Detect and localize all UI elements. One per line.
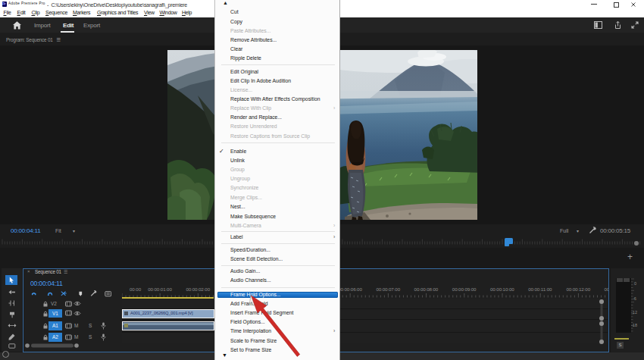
svg-text:00:00: 00:00 <box>130 286 142 292</box>
svg-text:00:00:06:00: 00:00:06:00 <box>338 286 362 292</box>
svg-text:00:00:13:00: 00:00:13:00 <box>605 286 608 292</box>
svg-text:00:00:08:00: 00:00:08:00 <box>414 286 439 292</box>
svg-text:00:00:02:00: 00:00:02:00 <box>186 286 210 292</box>
svg-text:00:00:09:00: 00:00:09:00 <box>452 286 477 292</box>
svg-text:00:00:10:00: 00:00:10:00 <box>490 286 514 292</box>
svg-text:00:00:01:00: 00:00:01:00 <box>148 286 172 292</box>
svg-text:00:00:12:00: 00:00:12:00 <box>566 286 590 292</box>
svg-text:00:00:07:00: 00:00:07:00 <box>376 286 400 292</box>
svg-text:00:00:11:00: 00:00:11:00 <box>528 286 552 292</box>
